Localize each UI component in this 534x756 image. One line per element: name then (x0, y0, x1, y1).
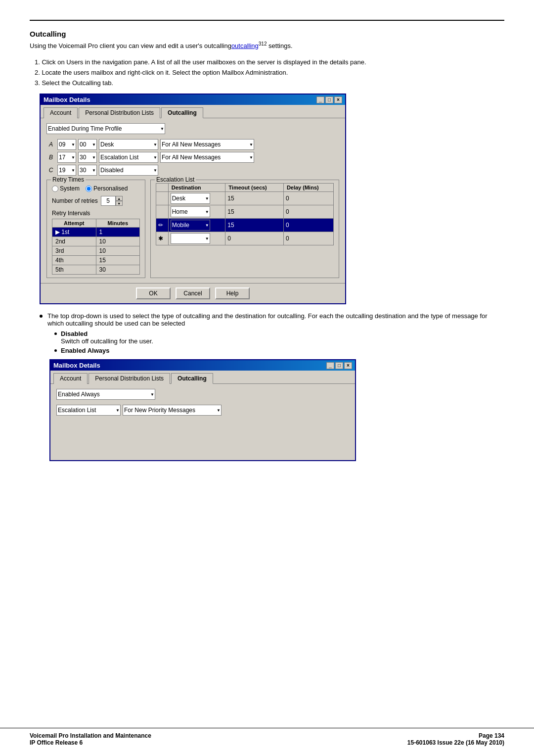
close-button-1[interactable]: × (334, 96, 342, 103)
row-c-time1-wrap[interactable]: 19 (57, 165, 76, 176)
priority-msg-wrap[interactable]: For New Priority Messages (123, 405, 222, 416)
maximize-button-2[interactable]: □ (335, 362, 343, 369)
row-b-msg[interactable]: For All New Messages (160, 152, 254, 163)
attempt-row-5[interactable]: 5th 30 (52, 265, 140, 275)
row-c-dest[interactable]: Disabled (99, 165, 158, 176)
esc-row-star-timeout: 0 (225, 232, 284, 245)
esc-row-home[interactable]: Home 15 0 (156, 205, 334, 219)
esc-star-select-wrap[interactable] (171, 233, 210, 244)
row-a-time2-wrap[interactable]: 00 (78, 139, 97, 150)
tab-account-1[interactable]: Account (44, 107, 78, 118)
intro-text: Using the Voicemail Pro client you can v… (30, 42, 231, 49)
enabled-always-title: Enabled Always (61, 347, 110, 354)
footer-page: Page 134 (407, 732, 504, 739)
main-bullet-dot (40, 315, 43, 318)
tab-account-2[interactable]: Account (53, 373, 88, 384)
attempt-4-minutes: 15 (96, 256, 140, 265)
row-a-time1[interactable]: 09 (57, 139, 76, 150)
retry-times-title: Retry Times (51, 176, 86, 183)
cancel-button-1[interactable]: Cancel (176, 287, 210, 299)
row-b-time1[interactable]: 17 (57, 152, 76, 163)
step-1: 1. Click on Users in the navigation pane… (35, 58, 504, 66)
esc-mobile-select-wrap[interactable]: Mobile (171, 220, 210, 231)
attempt-3-label: 3rd (52, 246, 96, 256)
enabled-always-dropdown[interactable]: Enabled Always Disabled Enabled During T… (56, 389, 155, 400)
radio-system[interactable]: System (52, 185, 80, 192)
row-b-time1-wrap[interactable]: 17 (57, 152, 76, 163)
disabled-bullet-dot (54, 332, 57, 335)
top-dropdown-select[interactable]: Enabled During Time Profile Disabled Ena… (46, 123, 165, 134)
disabled-sub-bullet: Disabled Switch off outcalling for the u… (54, 330, 504, 345)
row-a-dest-wrap[interactable]: Desk (99, 139, 158, 150)
intro-suffix: settings. (267, 42, 293, 49)
num-retries-input[interactable] (101, 196, 116, 206)
tab-outcalling-2[interactable]: Outcalling (171, 373, 213, 384)
esc-row-desk[interactable]: Desk 15 0 (156, 192, 334, 205)
esc-row-star[interactable]: ✱ 0 0 (156, 232, 334, 245)
tab-outcalling-1[interactable]: Outcalling (161, 107, 203, 118)
priority-msg-select[interactable]: For New Priority Messages (123, 405, 222, 416)
escalation-list-wrap[interactable]: Escalation List (56, 405, 121, 416)
row-c-time2-wrap[interactable]: 30 (78, 165, 97, 176)
row-b-dest-wrap[interactable]: Escalation List (99, 152, 158, 163)
help-button-1[interactable]: Help (215, 287, 250, 299)
steps-section: 1. Click on Users in the navigation pane… (30, 58, 504, 87)
step-3: 3. Select the Outcalling tab. (35, 79, 504, 87)
row-a-time1-wrap[interactable]: 09 (57, 139, 76, 150)
close-button-2[interactable]: × (344, 362, 352, 369)
esc-row-mobile-timeout: 15 (225, 219, 284, 232)
row-b: B 17 30 Escalation List (46, 152, 339, 163)
row-b-msg-wrap[interactable]: For All New Messages (160, 152, 254, 163)
attempt-row-1[interactable]: ▶ 1st 1 (52, 228, 140, 237)
row-a-dest[interactable]: Desk (99, 139, 158, 150)
row-a-time2[interactable]: 00 (78, 139, 97, 150)
dialog-2-body: Enabled Always Disabled Enabled During T… (50, 384, 355, 460)
row-b-time2-wrap[interactable]: 30 (78, 152, 97, 163)
bullet-section: The top drop-down is used to select the … (40, 312, 504, 354)
escalation-list-select[interactable]: Escalation List (56, 405, 121, 416)
esc-home-select-wrap[interactable]: Home (171, 206, 210, 217)
esc-home-select[interactable]: Home (171, 206, 210, 217)
spinner-down[interactable]: ▼ (116, 201, 123, 206)
esc-desk-select-wrap[interactable]: Desk (171, 193, 210, 204)
minimize-button-2[interactable]: _ (326, 362, 334, 369)
spinner-buttons: ▲ ▼ (116, 196, 123, 206)
esc-mobile-select[interactable]: Mobile (171, 220, 210, 231)
attempt-row-2[interactable]: 2nd 10 (52, 237, 140, 246)
esc-row-mobile-dest: Mobile (168, 219, 225, 232)
attempt-2-minutes: 10 (96, 237, 140, 246)
row-c-time1[interactable]: 19 (57, 165, 76, 176)
dialog-1-title: Mailbox Details (44, 96, 90, 103)
row-b-dest[interactable]: Escalation List (99, 152, 158, 163)
minimize-button-1[interactable]: _ (316, 96, 324, 103)
retry-times-group: Retry Times System Personalised Number o… (46, 180, 145, 278)
outcalling-link[interactable]: outcalling (231, 42, 259, 49)
enabled-always-bullet-dot (54, 349, 57, 352)
radio-personalised-input[interactable] (86, 186, 92, 192)
esc-row-mobile[interactable]: ✏ Mobile 15 0 (156, 219, 334, 232)
attempt-1-label: ▶ 1st (52, 228, 96, 237)
top-dropdown-wrap[interactable]: Enabled During Time Profile Disabled Ena… (46, 123, 165, 134)
esc-desk-select[interactable]: Desk (171, 193, 210, 204)
num-retries-spinner[interactable]: ▲ ▼ (101, 196, 123, 206)
enabled-always-dropdown-wrap[interactable]: Enabled Always Disabled Enabled During T… (56, 389, 155, 400)
spinner-up[interactable]: ▲ (116, 196, 123, 201)
row-b-time2[interactable]: 30 (78, 152, 97, 163)
esc-star-select[interactable] (171, 233, 210, 244)
tab-personal-dist-2[interactable]: Personal Distribution Lists (89, 373, 170, 384)
row-a-msg[interactable]: For All New Messages (160, 139, 254, 150)
row-c-time2[interactable]: 30 (78, 165, 97, 176)
bullet-intro-text: The top drop-down is used to select the … (47, 312, 504, 327)
tab-personal-dist-1[interactable]: Personal Distribution Lists (79, 107, 160, 118)
radio-system-input[interactable] (52, 186, 58, 192)
attempt-row-3[interactable]: 3rd 10 (52, 246, 140, 256)
ok-button-1[interactable]: OK (136, 287, 171, 299)
esc-row-desk-dest: Desk (168, 192, 225, 205)
attempt-row-4[interactable]: 4th 15 (52, 256, 140, 265)
row-c-dest-wrap[interactable]: Disabled (99, 165, 158, 176)
attempts-table: Attempt Minutes ▶ 1st 1 2nd 10 (52, 219, 140, 275)
radio-personalised[interactable]: Personalised (86, 185, 128, 192)
row-a-msg-wrap[interactable]: For All New Messages (160, 139, 254, 150)
page-container: Outcalling Using the Voicemail Pro clien… (0, 0, 534, 756)
maximize-button-1[interactable]: □ (325, 96, 333, 103)
